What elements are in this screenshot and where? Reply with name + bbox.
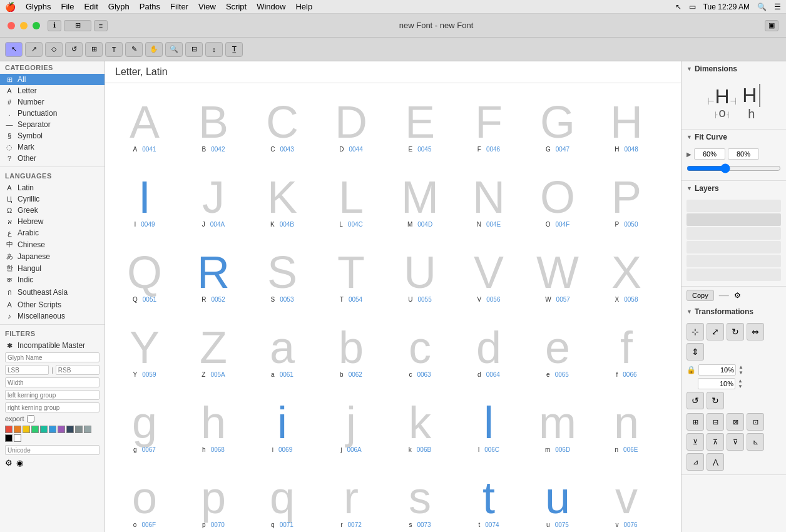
glyph-cell[interactable]: oo006F xyxy=(110,464,179,532)
glyph-cell[interactable]: jj006A xyxy=(317,389,385,464)
bt-icon-8[interactable]: ⊾ xyxy=(747,433,764,451)
glyph-name-input[interactable] xyxy=(5,352,100,362)
unicode-input[interactable] xyxy=(5,445,100,455)
menu-file[interactable]: File xyxy=(61,2,74,11)
color-swatch-teal[interactable] xyxy=(40,426,48,433)
glyph-cell[interactable]: bb0062 xyxy=(317,314,385,389)
fit-curve-slider[interactable] xyxy=(686,163,781,173)
copy-button[interactable]: Copy xyxy=(686,290,714,301)
bt-icon-4[interactable]: ⊡ xyxy=(747,413,764,431)
bt-icon-3[interactable]: ⊠ xyxy=(727,413,744,431)
menu-paths[interactable]: Paths xyxy=(140,2,160,11)
sidebar-item-hangul[interactable]: 한 Hangul xyxy=(0,262,105,274)
glyph-cell[interactable]: ll006C xyxy=(454,389,523,464)
color-swatch-blue[interactable] xyxy=(49,426,56,433)
glyph-cell[interactable]: WW0057 xyxy=(523,238,592,314)
glyph-cell[interactable]: mm006D xyxy=(523,389,592,464)
transform-mirror-v-icon[interactable]: ⇕ xyxy=(686,343,704,361)
menu-edit[interactable]: Edit xyxy=(84,2,98,11)
sidebar-item-arabic[interactable]: ع Arabic xyxy=(0,227,105,238)
layers-header[interactable]: ▼ Layers xyxy=(681,181,786,196)
glyph-cell[interactable]: SS0053 xyxy=(248,238,317,314)
bt-icon-2[interactable]: ⊟ xyxy=(707,413,724,431)
glyph-cell[interactable]: qq0071 xyxy=(248,464,317,532)
glyph-cell[interactable]: DD0044 xyxy=(317,88,385,163)
glyph-cell[interactable]: BB0042 xyxy=(179,88,248,163)
zoom-tool[interactable]: 🔍 xyxy=(165,42,183,57)
color-swatch-yellow[interactable] xyxy=(23,426,30,433)
glyph-cell[interactable]: vv0076 xyxy=(592,464,661,532)
glyph-cell[interactable]: GG0047 xyxy=(523,88,592,163)
pen-tool[interactable]: ✎ xyxy=(125,42,143,57)
info-button[interactable]: ℹ xyxy=(48,20,61,31)
sidebar-item-other[interactable]: ? Other xyxy=(0,153,105,164)
copy-gear-icon[interactable]: ⚙ xyxy=(734,291,741,300)
transform-y-input[interactable]: 10% xyxy=(698,378,735,389)
menu-help[interactable]: Help xyxy=(295,2,312,11)
transformations-header[interactable]: ▼ Transformations xyxy=(681,304,786,319)
search-menubar-icon[interactable]: 🔍 xyxy=(757,3,767,11)
transform-rotate-icon[interactable]: ↻ xyxy=(727,323,744,340)
color-swatch-purple[interactable] xyxy=(58,426,65,433)
undo-tool[interactable]: ↺ xyxy=(65,42,83,57)
sidebar-item-chinese[interactable]: 中 Chinese xyxy=(0,238,105,250)
glyph-cell[interactable]: YY0059 xyxy=(110,314,179,389)
glyph-cell[interactable]: tt0074 xyxy=(454,464,523,532)
select-tool[interactable]: ↖ xyxy=(5,42,23,57)
menu-glyph[interactable]: Glyph xyxy=(108,2,130,11)
subtract-tool[interactable]: ⊟ xyxy=(185,42,203,57)
dimensions-header[interactable]: ▼ Dimensions xyxy=(681,61,786,76)
sidebar-item-latin[interactable]: A Latin xyxy=(0,182,105,193)
export-checkbox[interactable] xyxy=(27,415,34,422)
glyph-cell[interactable]: dd0064 xyxy=(454,314,523,389)
glyph-cell[interactable]: MM004D xyxy=(385,163,454,238)
menu-glyphs[interactable]: Glyphs xyxy=(26,2,51,11)
maximize-button[interactable] xyxy=(33,22,40,29)
glyph-cell[interactable]: JJ004A xyxy=(179,163,248,238)
glyph-cell[interactable]: ZZ005A xyxy=(179,314,248,389)
glyph-cell[interactable]: TT0054 xyxy=(317,238,385,314)
left-kerning-input[interactable] xyxy=(5,390,100,400)
minimize-button[interactable] xyxy=(20,22,28,29)
redo-button[interactable]: ↻ xyxy=(707,392,724,409)
bt-icon-5[interactable]: ⊻ xyxy=(686,433,704,451)
color-swatch-orange[interactable] xyxy=(14,426,21,433)
glyph-cell[interactable]: FF0046 xyxy=(454,88,523,163)
sidebar-item-miscellaneous[interactable]: ♪ Miscellaneous xyxy=(0,310,105,322)
transform-mirror-h-icon[interactable]: ⇔ xyxy=(747,323,764,340)
glyph-cell[interactable]: XX0058 xyxy=(592,238,661,314)
glyph-cell[interactable]: uu0075 xyxy=(523,464,592,532)
sidebar-item-separator[interactable]: — Separator xyxy=(0,119,105,130)
menu-window[interactable]: Window xyxy=(257,2,285,11)
glyph-cell[interactable]: OO004F xyxy=(523,163,592,238)
sidebar-item-indic[interactable]: क Indic xyxy=(0,274,105,285)
bt-icon-6[interactable]: ⊼ xyxy=(707,433,724,451)
glyph-cell[interactable]: EE0045 xyxy=(385,88,454,163)
color-swatch-red[interactable] xyxy=(5,426,13,433)
split-view-button[interactable]: ▣ xyxy=(765,20,778,31)
sidebar-item-letter[interactable]: A Letter xyxy=(0,85,105,96)
bt-icon-7[interactable]: ⊽ xyxy=(727,433,744,451)
glyph-cell[interactable]: CC0043 xyxy=(248,88,317,163)
glyph-cell[interactable]: cc0063 xyxy=(385,314,454,389)
text-tool[interactable]: T xyxy=(105,42,123,57)
rsb-input[interactable] xyxy=(56,365,100,375)
settings-icon[interactable]: ⚙ xyxy=(5,458,13,468)
menu-filter[interactable]: Filter xyxy=(170,2,188,11)
menu-script[interactable]: Script xyxy=(226,2,247,11)
glyph-cell[interactable]: ff0066 xyxy=(592,314,661,389)
fit-play-icon[interactable]: ▶ xyxy=(686,151,692,158)
transform-scale-icon[interactable]: ⤢ xyxy=(707,323,724,340)
bt-icon-9[interactable]: ⊿ xyxy=(686,453,704,471)
glyph-cell[interactable]: QQ0051 xyxy=(110,238,179,314)
glyph-cell[interactable]: rr0072 xyxy=(317,464,385,532)
undo-button[interactable]: ↺ xyxy=(686,392,704,409)
eye-icon[interactable]: ◉ xyxy=(16,458,23,468)
glyph-cell[interactable]: RR0052 xyxy=(179,238,248,314)
lock-icon[interactable]: 🔒 xyxy=(686,366,696,374)
glyph-cell[interactable]: AA0041 xyxy=(110,88,179,163)
type-tool[interactable]: T̲ xyxy=(225,42,243,57)
glyph-cell[interactable]: PP0050 xyxy=(592,163,661,238)
rect-tool[interactable]: ⊞ xyxy=(85,42,103,57)
sidebar-item-japanese[interactable]: あ Japanese xyxy=(0,250,105,262)
